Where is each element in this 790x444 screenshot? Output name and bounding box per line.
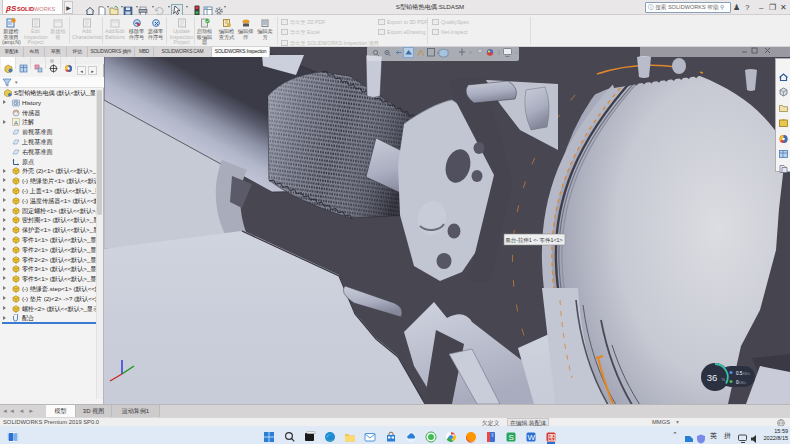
svg-text:WORKS: WORKS [34,6,55,12]
svg-text:%: % [722,377,726,382]
svg-text:凰台-拉伸1 <- 零件1<1>: 凰台-拉伸1 <- 零件1<1> [505,237,562,243]
svg-text:βS: βS [5,4,17,13]
svg-text:0KB/s: 0KB/s [736,380,746,385]
svg-text:图: 图 [548,433,556,442]
svg-text:SOLID: SOLID [17,6,34,12]
svg-text:W: W [528,433,536,442]
svg-text:A: A [14,120,18,126]
svg-text:0.5KB/s: 0.5KB/s [736,371,750,376]
svg-text:S: S [508,433,513,442]
svg-text:36: 36 [707,372,718,383]
